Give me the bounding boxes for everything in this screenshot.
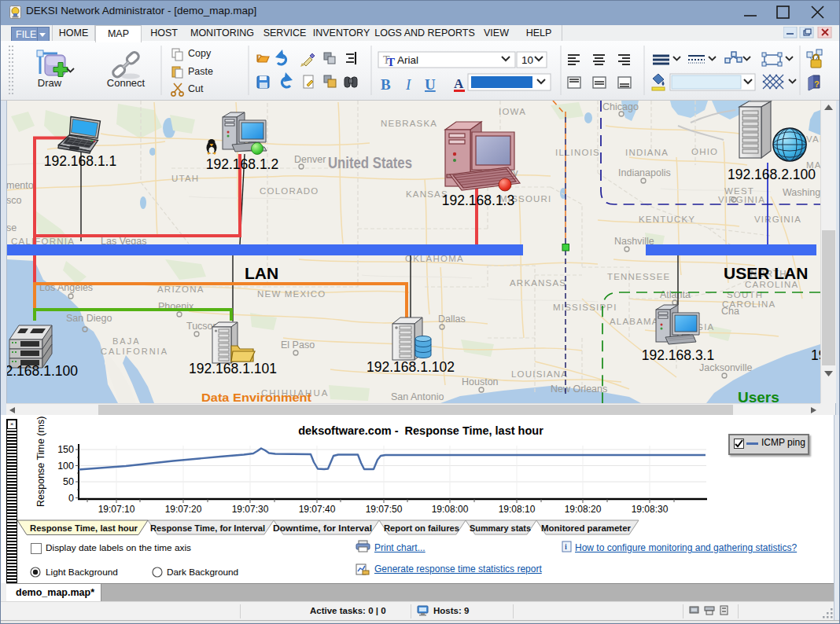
svg-text:sco: sco [6, 195, 22, 206]
svg-text:Data Environment: Data Environment [201, 391, 311, 403]
svg-text:NEBRASKA: NEBRASKA [381, 119, 437, 128]
svg-text:ARKANSAS: ARKANSAS [510, 278, 566, 288]
svg-text:19:08:30: 19:08:30 [632, 504, 669, 515]
svg-text:United States: United States [328, 154, 412, 171]
svg-text:LOUISIANA: LOUISIANA [511, 369, 568, 379]
svg-text:192.168.1.100: 192.168.1.100 [6, 363, 78, 379]
svg-text:ILLINOIS: ILLINOIS [555, 148, 600, 157]
svg-text:Denver: Denver [294, 154, 326, 165]
svg-text:Atlanta: Atlanta [660, 289, 691, 300]
svg-text:192.168.3.1: 192.168.3.1 [642, 347, 714, 363]
svg-text:Response Time, last hour: Response Time, last hour [30, 523, 138, 533]
svg-text:UTAH: UTAH [171, 174, 199, 183]
svg-text:192.168.1.1: 192.168.1.1 [44, 153, 116, 169]
svg-text:TENNESSEE: TENNESSEE [607, 272, 670, 281]
svg-text:Jacksonville: Jacksonville [699, 362, 752, 373]
svg-text:B: B [381, 76, 391, 93]
svg-text:Chicago: Chicago [602, 101, 639, 112]
svg-text:i: i [565, 542, 567, 551]
svg-text:?: ? [814, 79, 820, 89]
svg-text:Copy: Copy [188, 48, 212, 59]
svg-text:Houston: Houston [462, 376, 499, 387]
svg-text:Washing: Washing [783, 187, 820, 198]
svg-text:se: se [6, 222, 17, 233]
svg-text:192.168.1.3: 192.168.1.3 [442, 193, 514, 208]
svg-text:El Paso: El Paso [281, 340, 315, 351]
svg-text:Summary stats: Summary stats [470, 523, 531, 533]
svg-text:Connect: Connect [107, 77, 146, 89]
svg-text:Dallas: Dallas [438, 314, 466, 325]
svg-text:San Antonio: San Antonio [391, 391, 444, 402]
svg-text:VIRGINIA: VIRGINIA [718, 195, 765, 204]
svg-text:Draw: Draw [38, 77, 62, 89]
svg-text:192.168.3.2: 192.168.3.2 [811, 347, 820, 363]
svg-text:LAN: LAN [245, 264, 278, 282]
svg-text:ALABAMA: ALABAMA [610, 317, 659, 326]
svg-text:Downtime, for Interval: Downtime, for Interval [273, 523, 372, 533]
svg-text:Arial: Arial [397, 54, 418, 66]
svg-text:150: 150 [57, 444, 74, 455]
svg-text:A: A [454, 76, 464, 91]
svg-text:192.168.1.101: 192.168.1.101 [189, 361, 277, 376]
svg-text:USER LAN: USER LAN [724, 264, 808, 282]
svg-text:Indianapolis: Indianapolis [618, 167, 671, 178]
svg-text:19:07:50: 19:07:50 [366, 504, 403, 515]
svg-text:19:07:30: 19:07:30 [232, 504, 269, 515]
svg-text:Cha: Cha [721, 306, 739, 317]
svg-text:OHIO: OHIO [691, 147, 718, 156]
svg-text:10: 10 [521, 54, 533, 66]
svg-text:KENTUCKY: KENTUCKY [639, 215, 695, 224]
svg-text:19:08:10: 19:08:10 [499, 504, 536, 515]
svg-text:U: U [425, 76, 436, 93]
svg-text:Paste: Paste [188, 66, 213, 77]
svg-text:New Orleans: New Orleans [551, 384, 607, 395]
svg-text:192.168.1.2: 192.168.1.2 [206, 156, 278, 172]
svg-text:19:08:20: 19:08:20 [565, 504, 602, 515]
svg-text:0: 0 [68, 493, 74, 504]
svg-text:19:07:20: 19:07:20 [165, 504, 202, 515]
svg-text:INDIANA: INDIANA [625, 148, 669, 157]
svg-text:192.168.1.102: 192.168.1.102 [367, 359, 455, 375]
svg-text:VANIA: VANIA [806, 134, 820, 144]
svg-text:BAJA: BAJA [112, 336, 141, 346]
svg-text:100: 100 [57, 461, 74, 472]
svg-text:SOUTH: SOUTH [727, 290, 763, 299]
svg-text:Report on failures: Report on failures [384, 523, 459, 533]
svg-text:19:08:00: 19:08:00 [432, 504, 469, 515]
svg-text:Users: Users [738, 389, 779, 403]
svg-text:50: 50 [63, 476, 74, 487]
svg-text:mento: mento [6, 180, 34, 191]
svg-text:I: I [405, 76, 412, 93]
svg-text:Response Time, for Interval: Response Time, for Interval [150, 523, 265, 533]
svg-text:IOWA: IOWA [499, 107, 526, 116]
svg-text:VIRGINIA: VIRGINIA [754, 215, 801, 224]
svg-text:Monitored parameter: Monitored parameter [541, 523, 632, 533]
svg-text:Cut: Cut [188, 83, 204, 94]
svg-text:19:07:40: 19:07:40 [299, 504, 336, 515]
svg-text:T: T [387, 56, 395, 68]
svg-text:192.168.2.100: 192.168.2.100 [728, 167, 816, 182]
svg-text:ARIZONA: ARIZONA [157, 284, 204, 294]
svg-text:MISSISSIPPI: MISSISSIPPI [553, 303, 617, 312]
svg-text:NEW MEXICO: NEW MEXICO [257, 289, 326, 299]
svg-text:19:07:10: 19:07:10 [98, 504, 135, 515]
svg-text:San Diego: San Diego [66, 313, 112, 324]
svg-text:COLORADO: COLORADO [260, 186, 319, 196]
svg-text:CALIFORNIA: CALIFORNIA [101, 347, 168, 356]
